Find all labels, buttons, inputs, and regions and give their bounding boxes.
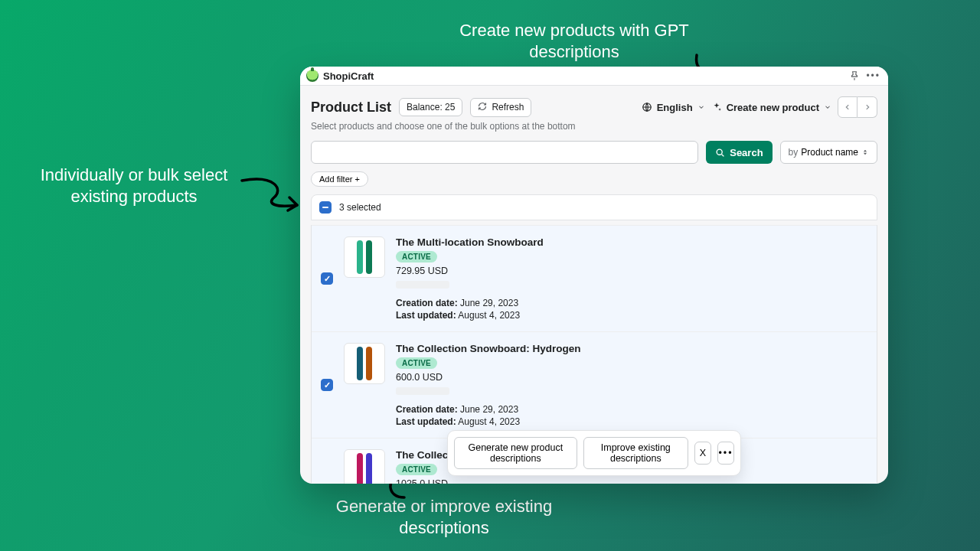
product-price: 729.95 USD xyxy=(396,266,867,276)
prev-page-button[interactable] xyxy=(838,96,858,118)
row-checkbox[interactable] xyxy=(321,379,333,391)
dismiss-button[interactable]: X xyxy=(694,442,711,465)
sparkle-icon xyxy=(711,102,722,112)
product-created: Creation date: June 29, 2023 xyxy=(396,404,867,415)
status-badge: ACTIVE xyxy=(396,464,437,475)
more-icon[interactable]: ••• xyxy=(866,70,880,81)
annotation-left: Individually or bulk select existing pro… xyxy=(19,165,249,207)
product-thumbnail xyxy=(344,236,385,278)
product-row[interactable]: The Multi-location Snowboard ACTIVE 729.… xyxy=(312,225,877,331)
next-page-button[interactable] xyxy=(858,96,877,118)
add-filter-button[interactable]: Add filter + xyxy=(311,171,368,187)
svg-point-1 xyxy=(717,149,722,155)
improve-descriptions-button[interactable]: Improve existing descriptions xyxy=(583,437,688,469)
page-subtitle: Select products and choose one of the bu… xyxy=(311,121,877,132)
selection-bar: 3 selected xyxy=(311,194,877,220)
product-created: Creation date: June 29, 2023 xyxy=(396,298,867,308)
create-product-button[interactable]: Create new product xyxy=(711,102,831,113)
placeholder-line xyxy=(396,281,449,289)
status-badge: ACTIVE xyxy=(396,251,437,262)
refresh-icon xyxy=(478,102,487,113)
sort-icon xyxy=(861,148,869,157)
balance-chip: Balance: 25 xyxy=(399,98,462,116)
placeholder-line xyxy=(396,387,449,395)
status-badge: ACTIVE xyxy=(396,357,437,369)
page-title: Product List xyxy=(311,99,391,116)
selection-count: 3 selected xyxy=(339,202,381,213)
row-checkbox[interactable] xyxy=(321,272,333,285)
app-name: ShopiCraft xyxy=(323,70,374,82)
more-actions-button[interactable]: ••• xyxy=(717,442,734,465)
pager xyxy=(838,96,877,118)
generate-descriptions-button[interactable]: Generate new product descriptions xyxy=(454,437,577,469)
refresh-label: Refresh xyxy=(492,102,524,112)
product-title: The Collection Snowboard: Hydrogen xyxy=(396,343,867,354)
annotation-top: Create new products with GPT description… xyxy=(429,20,720,62)
product-updated: Last updated: August 4, 2023 xyxy=(396,310,867,321)
annotation-bottom: Generate or improve existing description… xyxy=(310,496,578,538)
app-logo-icon xyxy=(306,70,318,82)
product-price: 600.0 USD xyxy=(396,372,867,383)
pin-icon[interactable] xyxy=(849,70,860,81)
product-row[interactable]: The Collection Snowboard: Hydrogen ACTIV… xyxy=(312,331,877,438)
create-label: Create new product xyxy=(727,102,819,113)
titlebar: ShopiCraft ••• xyxy=(300,67,888,86)
refresh-button[interactable]: Refresh xyxy=(470,98,531,117)
search-label: Search xyxy=(730,147,763,158)
select-all-checkbox[interactable] xyxy=(319,201,332,214)
product-price: 1025.0 USD xyxy=(396,478,867,484)
chevron-down-icon xyxy=(824,103,831,111)
product-thumbnail xyxy=(344,449,385,484)
sort-button[interactable]: by Product name xyxy=(780,141,877,164)
more-icon: ••• xyxy=(718,448,733,458)
globe-icon xyxy=(642,102,652,112)
language-select[interactable]: English xyxy=(642,102,705,113)
language-label: English xyxy=(657,102,693,113)
chevron-down-icon xyxy=(697,103,705,111)
search-button[interactable]: Search xyxy=(706,141,772,164)
product-updated: Last updated: August 4, 2023 xyxy=(396,416,867,427)
product-title: The Multi-location Snowboard xyxy=(396,236,867,248)
sort-value: Product name xyxy=(801,147,858,158)
app-window: ShopiCraft ••• Product List Balance: 25 … xyxy=(300,67,888,484)
bulk-action-bar: Generate new product descriptions Improv… xyxy=(447,430,741,476)
search-input[interactable] xyxy=(311,141,698,164)
search-icon xyxy=(715,148,725,158)
header: Product List Balance: 25 Refresh English xyxy=(300,86,888,136)
sort-prefix: by xyxy=(789,147,799,158)
toolbar: Search by Product name Add filter + xyxy=(300,136,888,187)
product-thumbnail xyxy=(344,343,385,384)
